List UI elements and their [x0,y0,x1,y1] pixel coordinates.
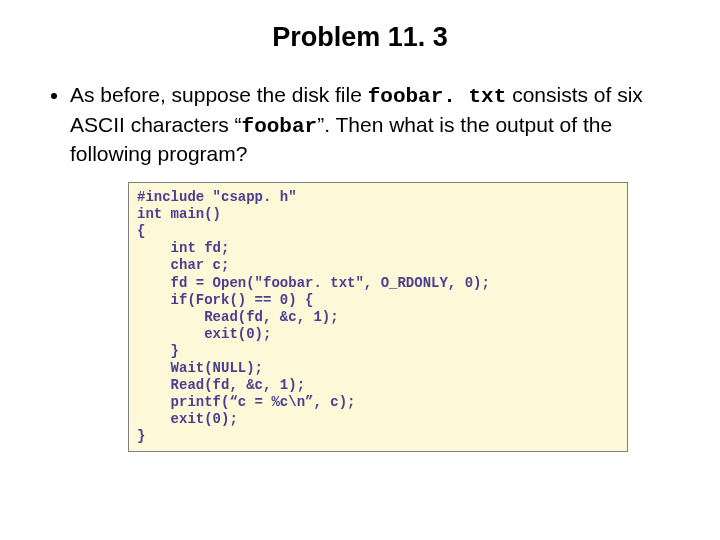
bullet-item: As before, suppose the disk file foobar.… [70,81,680,168]
code-block: #include "csapp. h" int main() { int fd;… [128,182,628,452]
page-title: Problem 11. 3 [40,22,680,53]
word-code: foobar [242,115,318,138]
bullet-text-1: As before, suppose the disk file [70,83,368,106]
filename-code: foobar. txt [368,85,507,108]
slide: Problem 11. 3 As before, suppose the dis… [0,0,720,540]
code-content: #include "csapp. h" int main() { int fd;… [137,189,619,445]
bullet-list: As before, suppose the disk file foobar.… [46,81,680,168]
